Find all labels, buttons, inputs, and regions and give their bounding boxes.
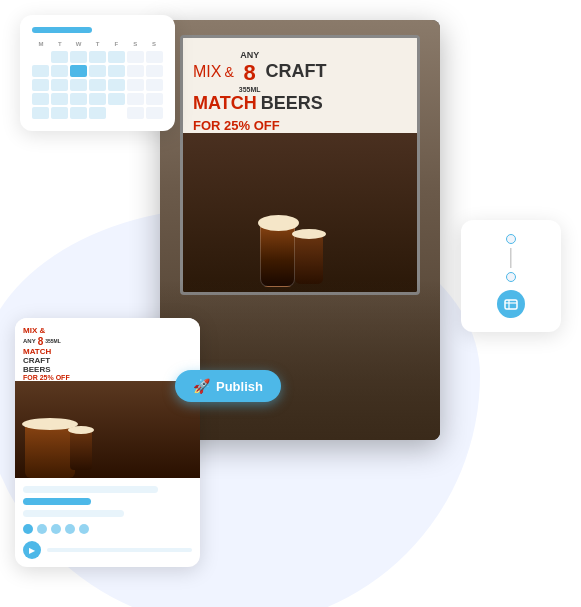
- location-widget: [461, 220, 561, 332]
- preview-drink-small: [25, 423, 75, 478]
- calendar-grid: [32, 51, 163, 119]
- location-icons-group: [475, 234, 547, 282]
- ctrl-bar-accent: [23, 498, 91, 505]
- billboard-image-area: [183, 133, 417, 292]
- billboard-craft-text: CRAFT: [266, 61, 327, 82]
- ctrl-play-row: ▶: [23, 541, 192, 559]
- cal-cell: [108, 107, 125, 119]
- preview-card: MIX & ANY 8 355ML MATCH CRAFT BEERS FOR …: [15, 318, 200, 567]
- cal-cell: [70, 51, 87, 63]
- billboard-size-text: 355ML: [239, 86, 261, 93]
- billboard-ad-top: MIX & ANY 8 355ML CRAFT MATCH BEERS FOR …: [183, 38, 417, 133]
- preview-image-area: [15, 381, 200, 478]
- billboard-mix-text: MIX: [193, 63, 221, 81]
- preview-beers-text: BEERS: [23, 365, 70, 374]
- billboard-frame: MIX & ANY 8 355ML CRAFT MATCH BEERS FOR …: [180, 35, 420, 295]
- billboard-amp-text: &: [224, 64, 233, 80]
- cal-cell: [70, 93, 87, 105]
- billboard-drink-illustration: [240, 192, 360, 292]
- drink-glass-2: [295, 234, 323, 284]
- preview-foam-sm-2: [68, 426, 94, 434]
- cal-cell: [146, 79, 163, 91]
- preview-ad: MIX & ANY 8 355ML MATCH CRAFT BEERS FOR …: [15, 318, 200, 478]
- preview-size-text: 355ML: [45, 338, 61, 344]
- cal-cell: [127, 51, 144, 63]
- cal-cell: [146, 107, 163, 119]
- ctrl-dot-5: [79, 524, 89, 534]
- cal-cell: [108, 51, 125, 63]
- cal-cell: [70, 107, 87, 119]
- cal-cell: [70, 79, 87, 91]
- preview-mix-text: MIX &: [23, 326, 70, 336]
- preview-craft-text: CRAFT: [23, 356, 70, 365]
- preview-match-text: MATCH: [23, 347, 70, 357]
- cal-cell: [89, 93, 106, 105]
- cal-cell: [127, 107, 144, 119]
- rocket-icon: 🚀: [193, 378, 210, 394]
- ctrl-dot-3: [51, 524, 61, 534]
- cal-cell: [70, 65, 87, 77]
- play-button-small[interactable]: ▶: [23, 541, 41, 559]
- cal-cell: [51, 51, 68, 63]
- day-label-f: F: [107, 41, 125, 47]
- preview-controls: ▶: [15, 478, 200, 567]
- location-line-icon: [510, 248, 512, 268]
- cal-cell: [51, 65, 68, 77]
- cal-cell: [32, 93, 49, 105]
- billboard-row1: MIX & ANY 8 355ML CRAFT: [193, 50, 407, 93]
- billboard-any-num: ANY 8 355ML: [239, 50, 261, 93]
- drink-foam-2: [292, 229, 326, 239]
- svg-rect-1: [505, 300, 517, 309]
- day-label-t: T: [51, 41, 69, 47]
- ctrl-bar-2: [23, 510, 124, 517]
- billboard-bottom-grad: [160, 280, 440, 440]
- day-label-m: M: [32, 41, 50, 47]
- billboard-beers-text: BEERS: [261, 93, 323, 114]
- preview-any-text: ANY: [23, 338, 36, 344]
- cal-cell: [32, 51, 49, 63]
- billboard-num-text: 8: [244, 60, 256, 86]
- play-progress-bar: [47, 548, 192, 552]
- cal-cell: [51, 93, 68, 105]
- cal-cell: [32, 107, 49, 119]
- calendar-header-bar: [32, 27, 92, 33]
- ctrl-dot-1: [23, 524, 33, 534]
- publish-button[interactable]: 🚀 Publish: [175, 370, 281, 402]
- cal-cell: [127, 79, 144, 91]
- drink-glass: [260, 222, 295, 287]
- billboard-match-text: MATCH: [193, 93, 257, 114]
- day-label-s2: S: [145, 41, 163, 47]
- cal-cell: [89, 79, 106, 91]
- preview-ad-content: MIX & ANY 8 355ML MATCH CRAFT BEERS FOR …: [15, 318, 200, 381]
- cal-cell: [32, 79, 49, 91]
- cal-cell: [32, 65, 49, 77]
- cal-cell: [89, 51, 106, 63]
- cal-cell: [51, 79, 68, 91]
- day-label-t2: T: [89, 41, 107, 47]
- publish-label: Publish: [216, 379, 263, 394]
- preview-for-text: FOR 25% OFF: [23, 374, 70, 381]
- cal-cell: [51, 107, 68, 119]
- day-label-w: W: [70, 41, 88, 47]
- location-pin-top: [506, 234, 516, 244]
- preview-num-text: 8: [38, 336, 44, 347]
- cal-cell: [108, 93, 125, 105]
- billboard-any-text: ANY: [240, 50, 259, 60]
- cal-cell: [127, 65, 144, 77]
- location-center-icon: [497, 290, 525, 318]
- billboard-sub-text: FOR 25% OFF: [193, 118, 407, 133]
- cal-cell: [89, 107, 106, 119]
- billboard-row2: MATCH BEERS: [193, 93, 407, 114]
- preview-drink-sm-2: [70, 430, 92, 470]
- cal-cell: [108, 65, 125, 77]
- cal-cell: [146, 51, 163, 63]
- preview-text-column: MIX & ANY 8 355ML MATCH CRAFT BEERS FOR …: [23, 326, 70, 381]
- ctrl-dot-4: [65, 524, 75, 534]
- cal-cell: [146, 65, 163, 77]
- calendar-days-header: M T W T F S S: [32, 41, 163, 47]
- location-pin-bottom: [506, 272, 516, 282]
- preview-any-row: ANY 8 355ML: [23, 336, 70, 347]
- map-icon: [504, 297, 518, 311]
- day-label-s: S: [126, 41, 144, 47]
- ctrl-dot-2: [37, 524, 47, 534]
